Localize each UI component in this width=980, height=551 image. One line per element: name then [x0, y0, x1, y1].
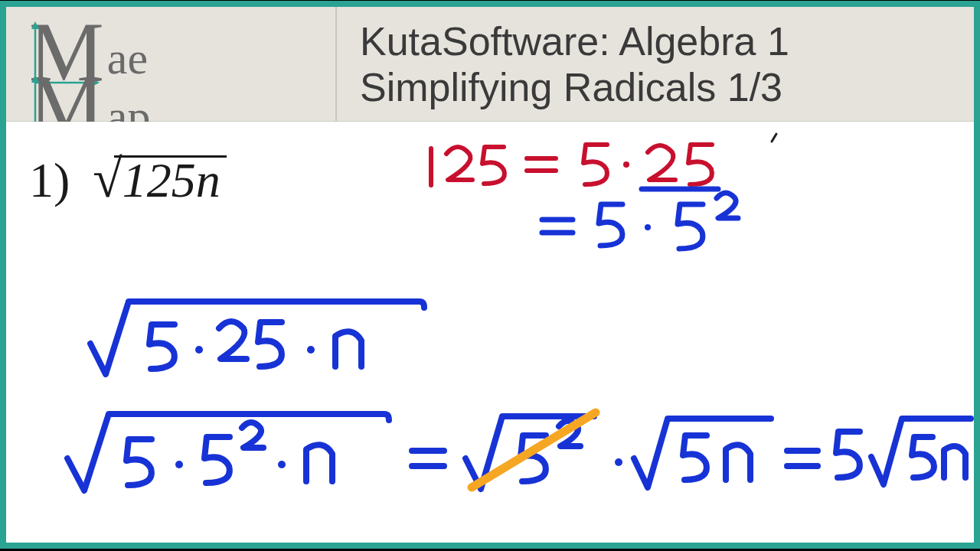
- svg-point-13: [278, 461, 286, 468]
- title-line-1: KutaSoftware: Algebra 1: [360, 18, 959, 64]
- whiteboard: 1) √125n: [6, 122, 974, 543]
- svg-point-9: [645, 224, 651, 230]
- svg-point-11: [307, 346, 315, 354]
- maemap-logo: M ae M: [29, 18, 259, 110]
- title-area: KutaSoftware: Algebra 1 Simplifying Radi…: [335, 7, 974, 121]
- svg-point-8: [623, 161, 629, 168]
- logo-ae: ae: [107, 35, 148, 81]
- hw-step2: [67, 414, 971, 491]
- handwriting-overlay: [6, 122, 974, 543]
- hw-step1: [90, 302, 424, 374]
- svg-marker-1: [31, 21, 39, 29]
- slide-frame: M ae M: [0, 1, 980, 549]
- hw-factor-line1: [431, 145, 712, 185]
- hw-factor-line2: [542, 193, 738, 249]
- header: M ae M: [6, 7, 974, 122]
- svg-point-12: [175, 461, 183, 468]
- cursor-tick: [772, 134, 776, 142]
- title-line-2: Simplifying Radicals 1/3: [360, 64, 959, 110]
- logo-area: M ae M: [6, 7, 335, 121]
- svg-point-14: [615, 458, 622, 466]
- svg-point-10: [195, 346, 203, 354]
- svg-marker-5: [31, 75, 39, 83]
